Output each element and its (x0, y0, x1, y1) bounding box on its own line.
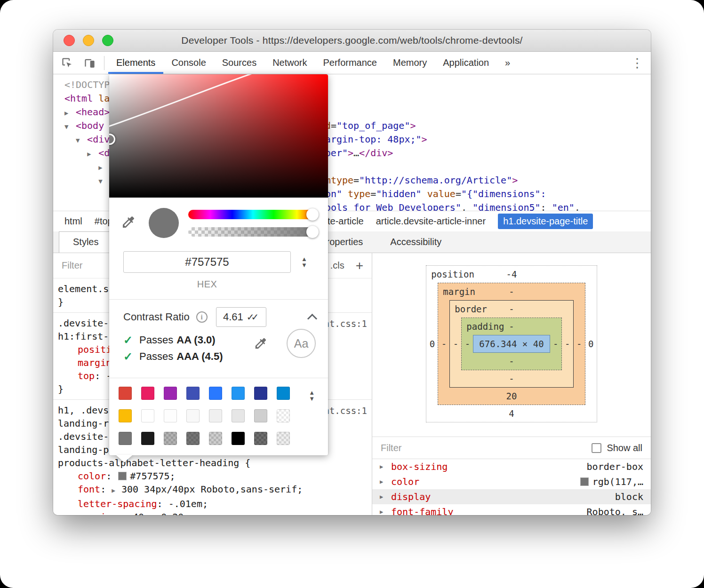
style-property[interactable]: color: #757575; (58, 469, 368, 483)
computed-property-row[interactable]: ▶box-sizingborder-box (372, 459, 651, 474)
style-property[interactable]: margin: ▶ 40px 0 20px; (58, 510, 368, 515)
sidebar-tab-accessibility[interactable]: Accessibility (376, 231, 455, 253)
tabs-overflow-chevron[interactable]: » (497, 52, 518, 74)
property-name: margin (78, 357, 112, 368)
check-icon: ✓ (123, 334, 133, 347)
computed-property-value: block (615, 491, 643, 502)
expand-arrow-icon[interactable]: ▶ (380, 493, 386, 500)
palette-swatch[interactable] (186, 387, 200, 400)
palette-swatch[interactable] (209, 432, 222, 445)
palette-swatch[interactable] (277, 432, 290, 445)
contrast-eyedropper-icon[interactable] (254, 336, 268, 352)
hue-slider[interactable] (188, 210, 318, 219)
alpha-slider[interactable] (188, 227, 318, 237)
traffic-lights (53, 35, 113, 46)
device-toolbar-icon[interactable] (80, 54, 98, 72)
chevron-up-icon[interactable] (307, 313, 317, 323)
expand-arrow-icon[interactable]: ▶ (380, 463, 386, 470)
palette-swatch[interactable] (277, 409, 290, 422)
computed-property-row[interactable]: ▶font-familyRoboto, s… (372, 504, 651, 515)
computed-filter-input[interactable]: Filter (381, 443, 401, 453)
palette-swatch[interactable] (119, 387, 132, 400)
minimize-button[interactable] (83, 35, 94, 46)
computed-property-name: display (391, 491, 431, 502)
rule-selector-line[interactable]: products-alphabet-letter-heading { (58, 456, 368, 469)
hex-input[interactable] (123, 251, 291, 273)
tab-console[interactable]: Console (163, 52, 214, 74)
property-name: top (78, 370, 95, 381)
spinner-down-icon[interactable]: ▼ (309, 396, 315, 402)
tab-sources[interactable]: Sources (214, 52, 264, 74)
palette-swatch[interactable] (277, 387, 290, 400)
property-value: -.01em; (168, 498, 208, 509)
tab-application[interactable]: Application (435, 52, 497, 74)
palette-swatch[interactable] (164, 387, 177, 400)
inspect-element-icon[interactable] (58, 54, 76, 72)
computed-filter-row: Filter Show all (372, 437, 651, 459)
styles-filter-input[interactable]: Filter (62, 260, 82, 271)
palette-swatch[interactable] (141, 409, 154, 422)
tab-performance[interactable]: Performance (315, 52, 385, 74)
tab-memory[interactable]: Memory (385, 52, 435, 74)
expand-arrow-icon[interactable]: ▶ (380, 478, 386, 485)
show-all-toggle[interactable]: Show all (592, 443, 642, 453)
color-swatch[interactable] (118, 472, 127, 480)
disclosure-arrow-icon: ▼ (64, 120, 76, 134)
expand-arrow-icon[interactable]: ▶ (380, 509, 386, 515)
alpha-knob[interactable] (306, 226, 319, 238)
palette-swatch[interactable] (254, 409, 267, 422)
palette-swatch[interactable] (186, 409, 200, 422)
color-format-toggle[interactable]: ▲ ▼ (301, 256, 307, 268)
sidebar-tab-styles[interactable]: Styles (59, 231, 112, 253)
class-button[interactable]: .cls (330, 260, 344, 271)
palette-toggle[interactable]: ▲ ▼ (309, 389, 315, 402)
property-name: margin (78, 511, 112, 515)
spinner-down-icon[interactable]: ▼ (301, 262, 307, 268)
palette-swatch[interactable] (232, 387, 245, 400)
eyedropper-icon[interactable] (120, 215, 137, 231)
computed-property-row[interactable]: ▶displayblock (372, 489, 651, 504)
alpha-gradient (188, 227, 318, 237)
palette-swatch[interactable] (186, 432, 200, 445)
info-icon[interactable]: i (196, 311, 208, 323)
box-model-label: position (431, 266, 474, 283)
breadcrumb-item[interactable]: article.devsite-article-inner (376, 216, 486, 227)
property-name: font (78, 484, 100, 495)
style-property[interactable]: letter-spacing: -.01em; (58, 497, 368, 510)
palette-swatch[interactable] (164, 409, 177, 422)
palette-swatch[interactable] (254, 387, 267, 400)
zoom-button[interactable] (102, 35, 113, 46)
contrast-value: 4.61 (223, 311, 243, 323)
hue-knob[interactable] (306, 208, 319, 221)
palette-swatch[interactable] (209, 409, 222, 422)
breadcrumb-item[interactable]: h1.devsite-page-title (498, 214, 593, 229)
palette-swatch[interactable] (232, 432, 245, 445)
palette-swatch[interactable] (209, 387, 222, 400)
titlebar: Developer Tools - https://developers.goo… (53, 30, 651, 52)
palette-swatch[interactable] (164, 432, 177, 445)
close-button[interactable] (64, 35, 75, 46)
show-all-checkbox[interactable] (592, 443, 601, 453)
palette-swatch[interactable] (141, 387, 154, 400)
new-style-rule-button[interactable]: + (356, 261, 363, 270)
expand-arrow-icon[interactable]: ▶ (112, 487, 119, 494)
palette-swatch[interactable] (232, 409, 245, 422)
kebab-menu-icon[interactable]: ⋮ (630, 56, 644, 71)
style-property[interactable]: font: ▶ 300 34px/40px Roboto,sans-serif; (58, 483, 368, 497)
picker-sliders (188, 210, 318, 237)
palette-swatch[interactable] (119, 409, 132, 422)
contrast-ratio-row: Contrast Ratio i 4.61 ✓✓ (109, 300, 328, 327)
palette-swatch[interactable] (254, 432, 267, 445)
expand-arrow-icon[interactable]: ▶ (123, 515, 130, 515)
tab-network[interactable]: Network (264, 52, 315, 74)
tab-elements[interactable]: Elements (108, 52, 163, 74)
hex-row: ▲ ▼ (123, 251, 328, 273)
palette-swatch[interactable] (141, 432, 154, 445)
computed-property-row[interactable]: ▶colorrgb(117,… (372, 474, 651, 489)
preview-text-button[interactable]: Aa (287, 329, 316, 358)
disclosure-arrow-icon: ▼ (98, 175, 110, 188)
computed-property-name: box-sizing (391, 461, 448, 472)
breadcrumb-item[interactable]: html (64, 216, 82, 227)
palette-swatch[interactable] (119, 432, 132, 445)
saturation-value-area[interactable] (109, 74, 328, 198)
